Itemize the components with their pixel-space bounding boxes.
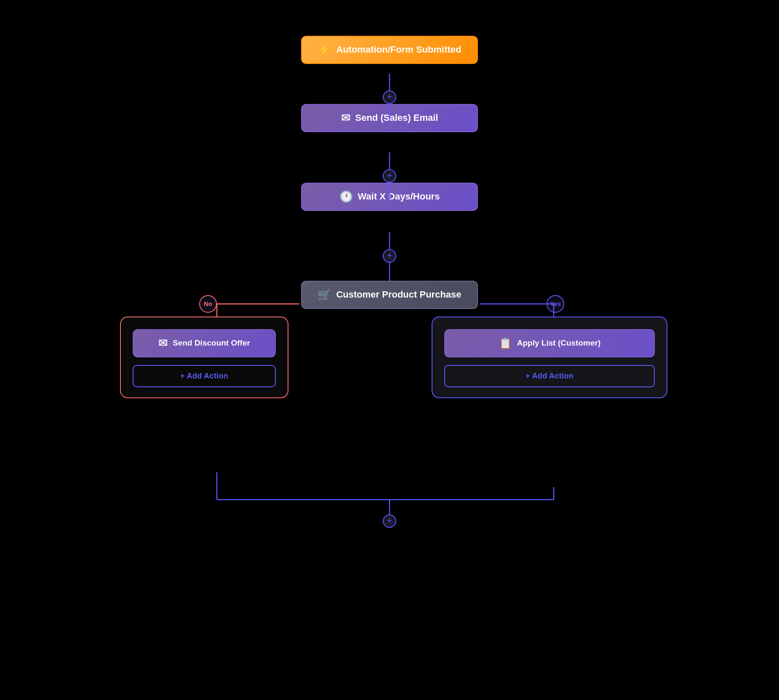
plus-circle-final[interactable]: + [383, 514, 396, 528]
discount-label: Send Discount Offer [173, 338, 250, 348]
discount-node[interactable]: ✉ Send Discount Offer [133, 329, 276, 357]
trigger-label: Automation/Form Submitted [336, 44, 462, 55]
condition-label: Customer Product Purchase [336, 289, 461, 300]
no-text: No [204, 300, 212, 307]
plus-circle-2[interactable]: + [383, 169, 396, 183]
no-branch-box: ✉ Send Discount Offer + Add Action [120, 317, 314, 398]
add-connector-1[interactable]: + [383, 90, 396, 104]
apply-list-label: Apply List (Customer) [517, 338, 600, 348]
plus-icon-1: + [387, 92, 392, 102]
plus-circle-1[interactable]: + [383, 90, 396, 104]
condition-node[interactable]: 🛒 Customer Product Purchase [301, 281, 478, 309]
trigger-node-wrapper: ⚡ Automation/Form Submitted [301, 36, 478, 64]
wait-node[interactable]: 🕐 Wait X Days/Hours [301, 183, 478, 211]
wait-label: Wait X Days/Hours [358, 191, 440, 202]
no-label: No [199, 295, 217, 313]
cart-icon: 🛒 [317, 288, 331, 301]
yes-branch-container: 📋 Apply List (Customer) + Add Action [432, 317, 667, 398]
yes-label: Yes [547, 295, 564, 313]
wait-node-wrapper: 🕐 Wait X Days/Hours [301, 183, 478, 211]
list-icon: 📋 [499, 337, 512, 350]
trigger-icon: ⚡ [318, 43, 331, 56]
no-branch-container: ✉ Send Discount Offer + Add Action [120, 317, 288, 398]
flow-container: ⚡ Automation/Form Submitted + ✉ Send (Sa… [95, 24, 684, 676]
yes-text: Yes [550, 300, 561, 307]
send-email-node[interactable]: ✉ Send (Sales) Email [301, 104, 478, 132]
yes-branch-box: 📋 Apply List (Customer) + Add Action [432, 317, 667, 398]
plus-icon-3: + [387, 251, 392, 261]
plus-icon-2: + [387, 171, 392, 181]
clock-icon: 🕐 [339, 190, 353, 203]
send-email-node-wrapper: ✉ Send (Sales) Email [301, 104, 478, 132]
add-connector-2[interactable]: + [383, 169, 396, 183]
email-icon: ✉ [341, 112, 350, 125]
discount-icon: ✉ [158, 337, 168, 350]
apply-list-node[interactable]: 📋 Apply List (Customer) [444, 329, 655, 357]
send-email-label: Send (Sales) Email [355, 112, 438, 123]
add-connector-3[interactable]: + [383, 249, 396, 263]
trigger-node[interactable]: ⚡ Automation/Form Submitted [301, 36, 478, 64]
add-action-no-button[interactable]: + Add Action [133, 365, 276, 387]
plus-circle-3[interactable]: + [383, 249, 396, 263]
plus-icon-final: + [387, 516, 392, 526]
add-action-yes-button[interactable]: + Add Action [444, 365, 655, 387]
condition-node-wrapper: 🛒 Customer Product Purchase [301, 281, 478, 309]
add-connector-final[interactable]: + [383, 514, 396, 528]
